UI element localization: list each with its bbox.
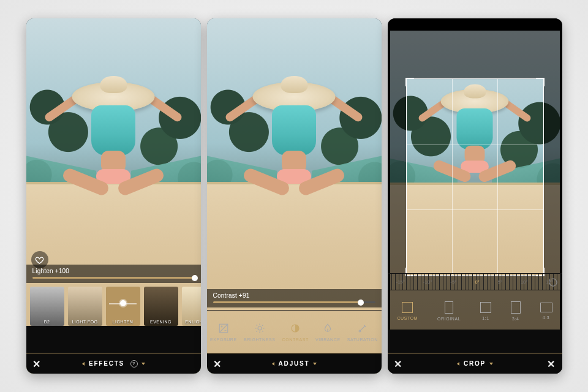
photo-subject — [239, 82, 349, 217]
tool-brightness[interactable]: BRIGHTNESS — [244, 322, 276, 342]
chevron-left-icon[interactable] — [271, 363, 275, 365]
saturation-icon — [357, 323, 368, 334]
mode-bar-effects: ✕ EFFECTS ? — [26, 353, 201, 374]
effect-b2[interactable]: B2 — [30, 287, 64, 326]
tool-exposure[interactable]: EXPOSURE — [210, 322, 237, 342]
ratio-custom[interactable]: CUSTOM — [397, 302, 418, 320]
exposure-icon — [218, 323, 229, 334]
adjust-tools: EXPOSURE BRIGHTNESS CONTRAST VIBRANCE SA… — [207, 310, 382, 353]
contrast-icon — [290, 323, 301, 334]
svg-point-1 — [258, 326, 262, 330]
ratio-4-3[interactable]: 4:3 — [540, 303, 552, 320]
aspect-ratio-row: CUSTOM ORIGINAL 1:1 3:4 4:3 — [388, 293, 562, 330]
chevron-left-icon[interactable] — [81, 363, 85, 365]
mode-bar-crop: ✕ CROP ✕ — [388, 353, 562, 374]
mode-bar-adjust: ✕ ADJUST — [207, 353, 382, 374]
effect-lighten[interactable]: LIGHTEN — [106, 287, 140, 326]
vibrance-icon — [322, 323, 333, 334]
tool-contrast[interactable]: CONTRAST — [282, 322, 309, 342]
close-button[interactable]: ✕ — [213, 358, 222, 370]
mode-label: ADJUST — [279, 360, 310, 367]
effect-evening[interactable]: EVENING — [144, 287, 178, 326]
chevron-left-icon[interactable] — [456, 363, 460, 365]
crop-handle-tl[interactable] — [405, 78, 414, 86]
chevron-right-icon[interactable] — [141, 363, 145, 365]
close-button[interactable]: ✕ — [394, 358, 403, 370]
ratio-1-1[interactable]: 1:1 — [480, 302, 491, 320]
rotation-ruler[interactable]: -15° -10° -5° 0° 5° 10° 15° — [388, 273, 562, 290]
ratio-original[interactable]: ORIGINAL — [437, 301, 461, 321]
confirm-button[interactable]: ✕ — [547, 358, 556, 370]
mode-label: CROP — [464, 360, 486, 367]
effects-strip[interactable]: B2 LIGHT FOG LIGHTEN EVENING ENLIGHTEN — [26, 287, 201, 326]
reset-icon — [548, 277, 559, 288]
effect-lightfog[interactable]: LIGHT FOG — [68, 287, 102, 326]
reset-rotation-button[interactable] — [548, 277, 559, 288]
chevron-right-icon[interactable] — [489, 363, 493, 365]
chevron-right-icon[interactable] — [313, 363, 317, 365]
svg-point-3 — [359, 330, 361, 332]
ratio-3-4[interactable]: 3:4 — [511, 301, 521, 321]
close-button[interactable]: ✕ — [32, 358, 42, 370]
screen-effects: Lighten +100 B2 LIGHT FOG LIGHTEN EVENIN… — [26, 18, 201, 374]
mode-label: EFFECTS — [89, 360, 124, 367]
effect-enlighten[interactable]: ENLIGHTEN — [182, 287, 201, 326]
effect-slider[interactable]: Lighten +100 — [26, 265, 201, 283]
screen-adjust: Contrast +91 EXPOSURE BRIGHTNESS CONTRAS… — [207, 18, 382, 374]
photo-subject — [58, 82, 168, 217]
adjust-slider[interactable]: Contrast +91 — [207, 289, 382, 307]
screen-crop: -15° -10° -5° 0° 5° 10° 15° CUSTOM ORIGI… — [388, 18, 562, 374]
crop-handle-tr[interactable] — [536, 78, 545, 86]
heart-icon — [35, 255, 44, 265]
tool-vibrance[interactable]: VIBRANCE — [315, 322, 341, 342]
adjust-slider-label: Contrast +91 — [213, 292, 375, 299]
brightness-icon — [254, 323, 265, 334]
help-button[interactable]: ? — [130, 360, 138, 368]
tool-saturation[interactable]: SATURATION — [347, 322, 378, 342]
crop-selection[interactable] — [406, 78, 544, 276]
effect-slider-label: Lighten +100 — [32, 268, 195, 274]
